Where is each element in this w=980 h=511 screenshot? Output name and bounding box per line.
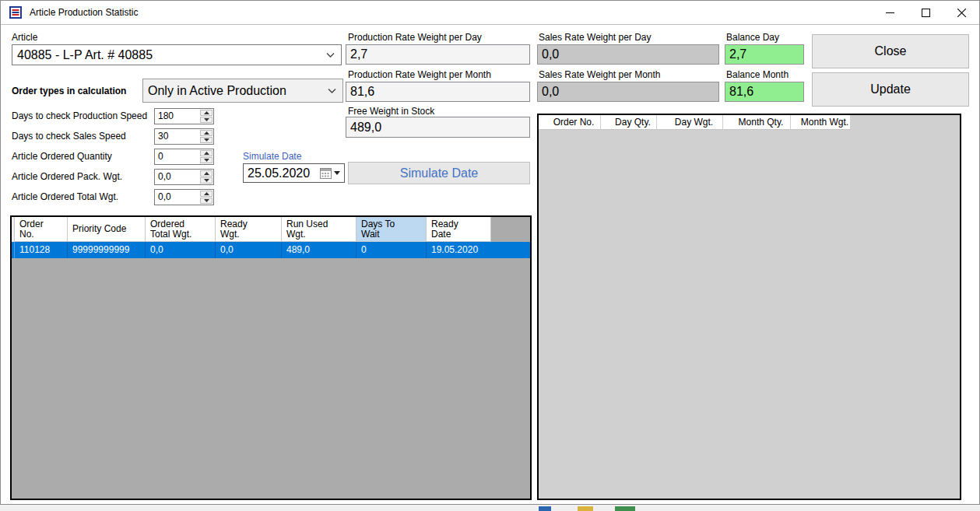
simulate-date-value: 25.05.2020 xyxy=(244,166,320,180)
col-header-day-wgt[interactable]: Day Wgt. xyxy=(657,115,723,130)
sales-rate-day-field: 0,0 xyxy=(537,44,719,65)
col-header-day-qty[interactable]: Day Qty. xyxy=(601,115,657,130)
balance-month-field: 81,6 xyxy=(725,82,804,102)
update-button[interactable]: Update xyxy=(812,72,969,107)
balance-month-label: Balance Month xyxy=(726,69,789,80)
ordered-quantity-label: Article Ordered Quantity xyxy=(12,151,112,162)
production-rate-day-field[interactable]: 2,7 xyxy=(346,44,530,65)
days-sales-speed-stepper[interactable]: 30 xyxy=(154,128,214,145)
orders-grid[interactable]: OrderNo. Priority Code OrderedTotal Wgt.… xyxy=(10,215,532,500)
spin-up-icon[interactable] xyxy=(200,150,213,156)
free-weight-stock-field[interactable]: 489,0 xyxy=(346,117,530,138)
spin-down-icon[interactable] xyxy=(200,157,213,163)
ordered-quantity-stepper[interactable]: 0 xyxy=(154,149,214,165)
close-button[interactable] xyxy=(943,1,979,24)
balance-day-field: 2,7 xyxy=(725,44,804,65)
days-production-speed-stepper[interactable]: 180 xyxy=(154,108,214,124)
orders-grid-selected-row[interactable]: 110128 99999999999 0,0 0,0 489,0 0 19.05… xyxy=(12,242,530,258)
spin-up-icon[interactable] xyxy=(200,110,213,116)
cell-ordered-total-wgt[interactable]: 0,0 xyxy=(146,242,216,258)
col-header-run-used-wgt[interactable]: Run UsedWgt. xyxy=(282,217,357,242)
col-header-order-no[interactable]: OrderNo. xyxy=(15,217,68,242)
production-rate-month-field[interactable]: 81,6 xyxy=(346,82,530,102)
simulate-date-label: Simulate Date xyxy=(243,151,301,162)
cell-run-used-wgt[interactable]: 489,0 xyxy=(282,242,357,258)
article-combobox-value: 40885 - L-P Art. # 40885 xyxy=(17,48,153,62)
col-header-priority-code[interactable]: Priority Code xyxy=(68,217,146,242)
maximize-button[interactable] xyxy=(908,1,943,24)
window-title: Article Production Statistic xyxy=(30,7,138,18)
stats-grid[interactable]: Order No. Day Qty. Day Wgt. Month Qty. M… xyxy=(537,114,961,500)
calendar-icon xyxy=(320,168,332,179)
chevron-down-icon xyxy=(328,88,336,93)
field-value: 2,7 xyxy=(729,47,746,61)
col-header-ordered-total-wgt[interactable]: OrderedTotal Wgt. xyxy=(146,217,216,242)
ordered-pack-wgt-label: Article Ordered Pack. Wgt. xyxy=(12,171,122,182)
field-value: 2,7 xyxy=(350,47,367,61)
spin-down-icon[interactable] xyxy=(200,177,213,184)
sales-rate-month-field: 0,0 xyxy=(537,82,719,102)
date-dropdown-arrow-icon[interactable] xyxy=(334,171,340,175)
article-combobox[interactable]: 40885 - L-P Art. # 40885 xyxy=(12,44,342,65)
cell-days-to-wait[interactable]: 0 xyxy=(357,242,427,258)
production-rate-month-label: Production Rate Weight per Month xyxy=(348,69,491,80)
field-value: 0,0 xyxy=(542,85,559,99)
col-header-month-qty[interactable]: Month Qty. xyxy=(723,115,791,130)
sales-rate-day-label: Sales Rate Weight per Day xyxy=(539,32,652,43)
stepper-value: 0,0 xyxy=(158,170,171,184)
minimize-button[interactable] xyxy=(872,1,908,24)
stepper-value: 180 xyxy=(158,109,174,124)
field-value: 489,0 xyxy=(350,121,381,135)
stepper-value: 30 xyxy=(158,129,168,144)
days-production-speed-label: Days to check Production Speed xyxy=(12,110,147,121)
stepper-value: 0 xyxy=(158,149,163,164)
col-header-order-no[interactable]: Order No. xyxy=(539,115,601,130)
taskbar-chip xyxy=(539,506,551,511)
col-header-ready-wgt[interactable]: ReadyWgt. xyxy=(216,217,282,242)
close-form-button[interactable]: Close xyxy=(812,34,969,68)
simulate-date-picker[interactable]: 25.05.2020 xyxy=(243,163,345,183)
background-sliver xyxy=(0,505,980,511)
spin-down-icon[interactable] xyxy=(200,117,213,123)
cell-ready-date[interactable]: 19.05.2020 xyxy=(427,242,491,258)
days-sales-speed-label: Days to check Sales Speed xyxy=(12,131,126,142)
production-rate-day-label: Production Rate Weight per Day xyxy=(348,32,482,43)
spin-up-icon[interactable] xyxy=(200,191,213,197)
ordered-total-wgt-stepper[interactable]: 0,0 xyxy=(154,189,214,205)
spin-down-icon[interactable] xyxy=(200,198,213,204)
field-value: 81,6 xyxy=(729,85,753,99)
app-window: Article Production Statistic Article 408… xyxy=(0,0,980,505)
order-types-combobox[interactable]: Only in Active Production xyxy=(142,79,343,103)
spin-up-icon[interactable] xyxy=(200,170,213,177)
simulate-date-button[interactable]: Simulate Date xyxy=(348,162,530,184)
field-value: 81,6 xyxy=(350,85,374,99)
screen: Article Production Statistic Article 408… xyxy=(0,0,980,511)
chevron-down-icon xyxy=(326,52,335,58)
taskbar-chip xyxy=(615,506,635,511)
order-types-combobox-value: Only in Active Production xyxy=(148,84,286,98)
field-value: 0,0 xyxy=(542,47,559,61)
titlebar: Article Production Statistic xyxy=(1,1,979,25)
cell-ready-wgt[interactable]: 0,0 xyxy=(216,242,282,258)
col-header-ready-date[interactable]: ReadyDate xyxy=(427,217,491,242)
free-weight-stock-label: Free Weight in Stock xyxy=(348,106,434,117)
ordered-pack-wgt-stepper[interactable]: 0,0 xyxy=(154,169,214,185)
taskbar-chip xyxy=(578,506,593,511)
col-header-days-to-wait[interactable]: Days ToWait xyxy=(357,217,427,242)
spin-down-icon[interactable] xyxy=(200,137,213,143)
article-label: Article xyxy=(12,32,37,43)
ordered-total-wgt-label: Article Ordered Total Wgt. xyxy=(12,191,118,202)
spin-up-icon[interactable] xyxy=(200,130,213,136)
order-types-label: Order types in calculation xyxy=(12,86,126,96)
sales-rate-month-label: Sales Rate Weight per Month xyxy=(539,69,661,80)
col-header-month-wgt[interactable]: Month Wgt. xyxy=(791,115,851,130)
cell-order-no[interactable]: 110128 xyxy=(15,242,68,258)
balance-day-label: Balance Day xyxy=(726,32,779,43)
app-icon xyxy=(9,6,22,19)
cell-priority-code[interactable]: 99999999999 xyxy=(68,242,146,258)
stepper-value: 0,0 xyxy=(158,190,171,205)
